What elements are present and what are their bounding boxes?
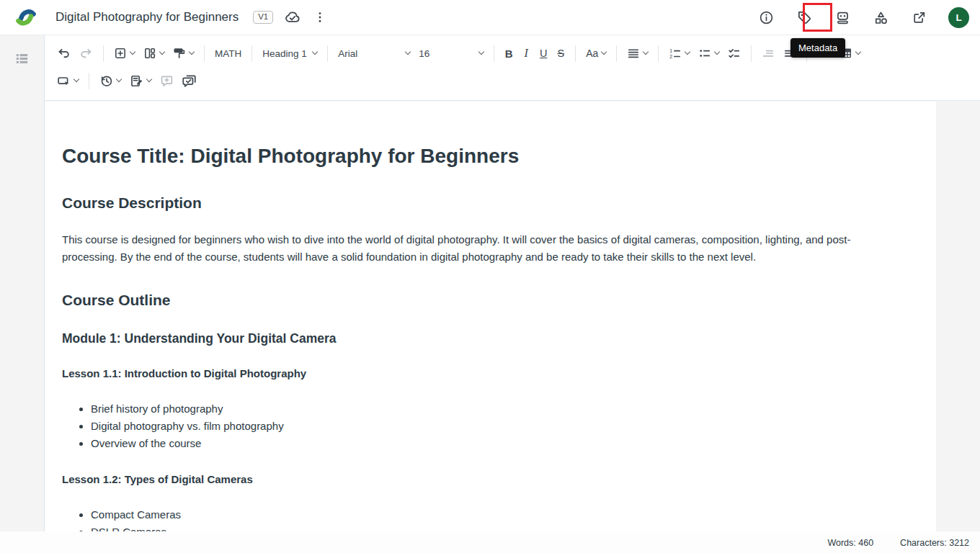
toolbar-divider: [658, 45, 659, 62]
doc-list-lesson-1-1: Brief history of photography Digital pho…: [62, 400, 903, 452]
doc-h2-course-description: Course Description: [62, 194, 903, 212]
toolbar-divider: [575, 45, 576, 62]
cloud-sync-icon: [284, 9, 301, 26]
chevron-down-icon: [714, 49, 720, 55]
chevron-down-icon: [189, 49, 195, 55]
checklist-button[interactable]: [723, 45, 745, 62]
chevron-down-icon: [685, 49, 690, 55]
document-title: Digital Photography for Beginners: [55, 10, 239, 24]
doc-h2-course-outline: Course Outline: [62, 291, 903, 310]
selection-tool-button[interactable]: [53, 72, 83, 90]
chevron-down-icon: [116, 76, 122, 82]
insert-element-button[interactable]: [110, 45, 139, 62]
math-button[interactable]: MATH: [210, 46, 246, 61]
list-item: DSLR Cameras: [91, 523, 903, 531]
font-family-select[interactable]: Arial: [334, 46, 414, 61]
app-window: Digital Photography for Beginners V1: [0, 0, 980, 553]
decrease-indent-button[interactable]: [757, 45, 779, 62]
notes-button[interactable]: [125, 72, 156, 90]
paragraph-style-select[interactable]: Heading 1: [258, 46, 321, 61]
version-badge[interactable]: V1: [253, 11, 273, 24]
doc-h1-course-title: Course Title: Digital Photography for Be…: [62, 144, 903, 168]
svg-text:2: 2: [670, 54, 673, 59]
metadata-tag-icon[interactable]: [796, 9, 813, 26]
left-sidebar-strip: [0, 35, 44, 531]
text-case-button[interactable]: Aa: [582, 45, 610, 61]
history-button[interactable]: [95, 72, 125, 90]
toolbar-divider: [327, 45, 328, 62]
list-item: Digital photography vs. film photography: [91, 418, 903, 435]
words-count: Words: 460: [827, 538, 873, 548]
header-actions: L: [757, 7, 969, 28]
align-button[interactable]: [623, 45, 652, 62]
svg-text:1: 1: [670, 48, 673, 53]
italic-button[interactable]: I: [517, 45, 535, 62]
add-comment-button[interactable]: [156, 72, 178, 90]
text-case-label: Aa: [586, 48, 598, 59]
info-icon[interactable]: [757, 9, 775, 26]
toolbar-divider: [251, 45, 252, 62]
doc-list-lesson-1-2: Compact Cameras DSLR Cameras Mirrorless …: [62, 506, 903, 531]
chevron-down-icon: [312, 49, 318, 55]
strikethrough-button[interactable]: S: [552, 45, 569, 61]
toolbar-divider: [89, 73, 89, 89]
toolbar-divider: [494, 45, 494, 62]
chevron-down-icon: [146, 76, 152, 82]
list-item: Compact Cameras: [91, 506, 903, 523]
word-count-bar: Words: 460 Characters: 3212: [827, 538, 969, 548]
editor-region: MATH Heading 1 Arial 16: [44, 35, 980, 553]
list-item: Overview of the course: [91, 435, 903, 452]
numbered-list-button[interactable]: 1 2: [664, 45, 694, 62]
share-export-icon[interactable]: [910, 9, 927, 26]
document-body: Course Title: Digital Photography for Be…: [45, 102, 936, 531]
more-options-icon[interactable]: [311, 9, 329, 26]
chevron-down-icon: [130, 49, 135, 55]
workspace: MATH Heading 1 Arial 16: [0, 35, 980, 553]
underline-button[interactable]: U: [535, 45, 552, 61]
metadata-tooltip: Metadata: [790, 38, 845, 58]
characters-count: Characters: 3212: [900, 538, 969, 548]
chevron-down-icon: [405, 49, 411, 55]
layout-button[interactable]: [139, 45, 169, 62]
doc-h3-module-1: Module 1: Understanding Your Digital Cam…: [62, 331, 903, 346]
toolbar-divider: [616, 45, 617, 62]
structure-shapes-icon[interactable]: [872, 9, 889, 26]
chevron-down-icon: [643, 49, 649, 55]
toolbar-divider: [103, 45, 104, 62]
font-size-select[interactable]: 16: [414, 46, 488, 61]
comments-button[interactable]: [178, 71, 201, 90]
chevron-down-icon: [601, 49, 607, 55]
chevron-down-icon: [478, 49, 484, 55]
chevron-down-icon: [159, 49, 165, 55]
brand-logo-icon: [14, 5, 38, 30]
header-bar: Digital Photography for Beginners V1: [0, 0, 980, 35]
list-item: Brief history of photography: [91, 400, 903, 418]
chevron-down-icon: [74, 76, 79, 82]
user-avatar[interactable]: L: [948, 7, 969, 28]
doc-h4-lesson-1-1: Lesson 1.1: Introduction to Digital Phot…: [62, 367, 903, 380]
doc-h4-lesson-1-2: Lesson 1.2: Types of Digital Cameras: [62, 472, 903, 486]
font-size-value: 16: [419, 48, 429, 59]
bullet-list-button[interactable]: [694, 45, 723, 62]
bold-button[interactable]: B: [500, 45, 517, 62]
document-canvas[interactable]: Course Title: Digital Photography for Be…: [45, 102, 936, 531]
outline-toggle-icon[interactable]: [15, 52, 29, 66]
undo-button[interactable]: [53, 45, 75, 63]
redo-button[interactable]: [75, 45, 97, 63]
toolbar-divider: [204, 45, 205, 62]
toolbar-divider: [751, 45, 752, 62]
paragraph-style-value: Heading 1: [262, 48, 307, 59]
format-painter-button[interactable]: [169, 45, 198, 62]
toolbar-row-2: [45, 67, 980, 94]
status-strip: Words: 460 Characters: 3212: [0, 531, 980, 553]
chevron-down-icon: [855, 49, 861, 55]
font-family-value: Arial: [338, 48, 357, 59]
doc-paragraph-description: This course is designed for beginners wh…: [62, 231, 903, 266]
assistant-card-icon[interactable]: [834, 9, 851, 26]
